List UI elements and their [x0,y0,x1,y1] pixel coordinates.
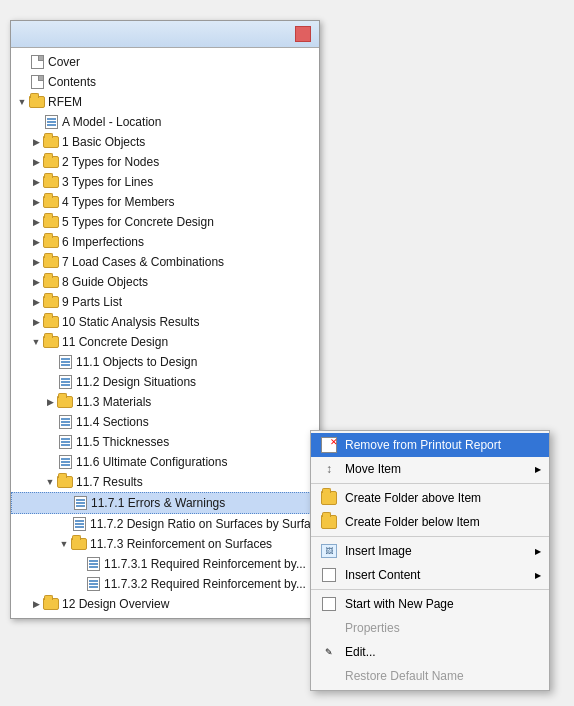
tree-item-materials[interactable]: 11.3 Materials [11,392,319,412]
tree-item-required-reinf-1[interactable]: 11.7.3.1 Required Reinforcement by... [11,554,319,574]
menu-item-folder-below[interactable]: Create Folder below Item [311,510,549,534]
tree-item-rfem[interactable]: RFEM [11,92,319,112]
icon-types-nodes [43,154,59,170]
menu-arrow-move: ▶ [527,465,541,474]
menu-item-properties: Properties [311,616,549,640]
label-types-nodes: 2 Types for Nodes [62,153,159,171]
title-bar [11,21,319,48]
tree-item-types-concrete[interactable]: 5 Types for Concrete Design [11,212,319,232]
menu-icon-folder-above [319,490,339,506]
tree-item-design-ratio[interactable]: 11.7.2 Design Ratio on Surfaces by Surfa… [11,514,319,534]
label-load-cases: 7 Load Cases & Combinations [62,253,224,271]
menu-icon-insert-image: 🖼 [319,543,339,559]
label-required-reinf-1: 11.7.3.1 Required Reinforcement by... [104,555,306,573]
tree-item-load-cases[interactable]: 7 Load Cases & Combinations [11,252,319,272]
icon-basic-objects [43,134,59,150]
tree-item-contents[interactable]: Contents [11,72,319,92]
tree-item-static-analysis[interactable]: 10 Static Analysis Results [11,312,319,332]
expander-parts-list[interactable] [29,295,43,309]
tree-item-concrete-design[interactable]: 11 Concrete Design [11,332,319,352]
menu-label-properties: Properties [345,621,541,635]
expander-types-nodes[interactable] [29,155,43,169]
tree-item-guide-objects[interactable]: 8 Guide Objects [11,272,319,292]
label-basic-objects: 1 Basic Objects [62,133,145,151]
expander-materials[interactable] [43,395,57,409]
menu-icon-edit: ✎ [319,644,339,660]
label-cover: Cover [48,53,80,71]
tree-item-design-overview[interactable]: 12 Design Overview [11,594,319,614]
label-concrete-design: 11 Concrete Design [62,333,168,351]
tree-item-objects-to-design[interactable]: 11.1 Objects to Design [11,352,319,372]
menu-item-new-page[interactable]: Start with New Page [311,592,549,616]
tree-item-types-members[interactable]: 4 Types for Members [11,192,319,212]
label-design-overview: 12 Design Overview [62,595,169,613]
icon-types-members [43,194,59,210]
label-guide-objects: 8 Guide Objects [62,273,148,291]
expander-guide-objects[interactable] [29,275,43,289]
menu-icon-remove [319,437,339,453]
expander-static-analysis[interactable] [29,315,43,329]
menu-item-insert-content[interactable]: Insert Content▶ [311,563,549,587]
expander-types-members[interactable] [29,195,43,209]
icon-guide-objects [43,274,59,290]
menu-arrow-insert-content: ▶ [527,571,541,580]
tree-item-types-lines[interactable]: 3 Types for Lines [11,172,319,192]
tree-item-required-reinf-2[interactable]: 11.7.3.2 Required Reinforcement by... [11,574,319,594]
label-types-members: 4 Types for Members [62,193,175,211]
expander-types-concrete[interactable] [29,215,43,229]
menu-item-move[interactable]: ↕Move Item▶ [311,457,549,481]
menu-icon-new-page [319,596,339,612]
tree-item-imperfections[interactable]: 6 Imperfections [11,232,319,252]
tree-item-sections[interactable]: 11.4 Sections [11,412,319,432]
tree-item-reinforcement[interactable]: 11.7.3 Reinforcement on Surfaces [11,534,319,554]
expander-design-overview[interactable] [29,597,43,611]
expander-concrete-design[interactable] [29,335,43,349]
label-types-concrete: 5 Types for Concrete Design [62,213,214,231]
icon-errors-warnings [72,495,88,511]
icon-sections [57,414,73,430]
expander-load-cases[interactable] [29,255,43,269]
menu-item-remove[interactable]: Remove from Printout Report [311,433,549,457]
tree-item-ultimate-conf[interactable]: 11.6 Ultimate Configurations [11,452,319,472]
icon-rfem [29,94,45,110]
label-contents: Contents [48,73,96,91]
expander-imperfections[interactable] [29,235,43,249]
tree-item-types-nodes[interactable]: 2 Types for Nodes [11,152,319,172]
menu-item-edit[interactable]: ✎Edit... [311,640,549,664]
tree-item-results[interactable]: 11.7 Results [11,472,319,492]
tree-item-parts-list[interactable]: 9 Parts List [11,292,319,312]
menu-item-folder-above[interactable]: Create Folder above Item [311,486,549,510]
tree-item-cover[interactable]: Cover [11,52,319,72]
menu-separator-sep2 [311,536,549,537]
tree-item-design-situations[interactable]: 11.2 Design Situations [11,372,319,392]
label-design-ratio: 11.7.2 Design Ratio on Surfaces by Surfa… [90,515,319,533]
label-reinforcement: 11.7.3 Reinforcement on Surfaces [90,535,272,553]
icon-imperfections [43,234,59,250]
menu-arrow-insert-image: ▶ [527,547,541,556]
label-rfem: RFEM [48,93,82,111]
tree-item-a-model[interactable]: A Model - Location [11,112,319,132]
close-button[interactable] [295,26,311,42]
expander-basic-objects[interactable] [29,135,43,149]
expander-results[interactable] [43,475,57,489]
label-errors-warnings: 11.7.1 Errors & Warnings [91,494,225,512]
label-materials: 11.3 Materials [76,393,151,411]
icon-design-situations [57,374,73,390]
menu-separator-sep3 [311,589,549,590]
expander-rfem[interactable] [15,95,29,109]
menu-item-insert-image[interactable]: 🖼Insert Image▶ [311,539,549,563]
context-menu: Remove from Printout Report↕Move Item▶Cr… [310,430,550,691]
tree-item-thicknesses[interactable]: 11.5 Thicknesses [11,432,319,452]
menu-label-new-page: Start with New Page [345,597,541,611]
menu-icon-restore-name [319,668,339,684]
tree-item-basic-objects[interactable]: 1 Basic Objects [11,132,319,152]
icon-cover [29,54,45,70]
expander-reinforcement[interactable] [57,537,71,551]
icon-required-reinf-1 [85,556,101,572]
icon-thicknesses [57,434,73,450]
tree-item-errors-warnings[interactable]: 11.7.1 Errors & Warnings [11,492,319,514]
menu-label-folder-below: Create Folder below Item [345,515,541,529]
expander-types-lines[interactable] [29,175,43,189]
label-required-reinf-2: 11.7.3.2 Required Reinforcement by... [104,575,306,593]
label-objects-to-design: 11.1 Objects to Design [76,353,197,371]
